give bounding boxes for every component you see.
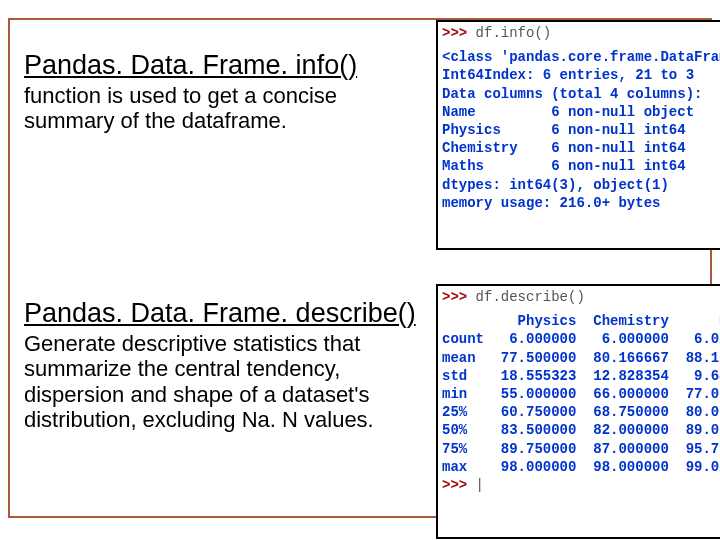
describe-out-line: mean 77.500000 80.166667 88.166667 [442,349,718,367]
terminal-describe-prompt: >>> | [442,476,718,494]
info-out-line: memory usage: 216.0+ bytes [442,194,718,212]
info-out-line: Int64Index: 6 entries, 21 to 3 [442,66,718,84]
describe-code: df.describe() [476,289,585,305]
info-out-line: Data columns (total 4 columns): [442,85,718,103]
info-out-line: Name 6 non-null object [442,103,718,121]
describe-out-line: count 6.000000 6.000000 6.000000 [442,330,718,348]
describe-description: Generate descriptive statistics that sum… [24,331,424,432]
terminal-info: >>> df.info() <class 'pandas.core.frame.… [436,20,720,250]
describe-out-line: 75% 89.750000 87.000000 95.750000 [442,440,718,458]
slide-frame: Pandas. Data. Frame. info() function is … [8,18,712,518]
describe-out-line: 25% 60.750000 68.750000 80.000000 [442,403,718,421]
info-out-line: Physics 6 non-null int64 [442,121,718,139]
describe-out-line: std 18.555323 12.828354 9.641922 [442,367,718,385]
describe-out-line: max 98.000000 98.000000 99.000000 [442,458,718,476]
info-out-line: dtypes: int64(3), object(1) [442,176,718,194]
info-out-line: Maths 6 non-null int64 [442,157,718,175]
info-heading: Pandas. Data. Frame. info() [24,50,414,81]
describe-heading: Pandas. Data. Frame. describe() [24,298,424,329]
terminal-info-cmd: >>> df.info() [442,24,718,42]
describe-section: Pandas. Data. Frame. describe() Generate… [20,298,428,432]
cursor: | [476,477,484,493]
prompt-icon: >>> [442,25,476,41]
describe-out-line: 50% 83.500000 82.000000 89.000000 [442,421,718,439]
prompt-icon: >>> [442,289,476,305]
info-out-line: <class 'pandas.core.frame.DataFrame'> [442,48,718,66]
describe-out-line: min 55.000000 66.000000 77.000000 [442,385,718,403]
describe-header: Physics Chemistry Maths [442,312,718,330]
prompt-icon: >>> [442,477,476,493]
info-out-line: Chemistry 6 non-null int64 [442,139,718,157]
terminal-describe: >>> df.describe() Physics Chemistry Math… [436,284,720,539]
info-section: Pandas. Data. Frame. info() function is … [20,50,418,134]
terminal-describe-cmd: >>> df.describe() [442,288,718,306]
info-description: function is used to get a concise summar… [24,83,414,134]
info-code: df.info() [476,25,552,41]
